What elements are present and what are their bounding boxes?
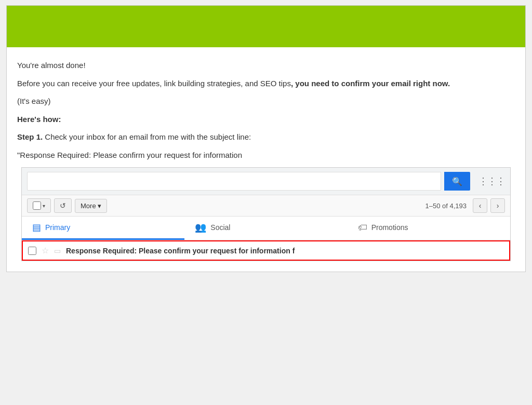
heres-how-text: Here's how: [17, 114, 515, 126]
page-container: You're almost done! Before you can recei… [6, 5, 526, 272]
line2-bold: , you need to confirm your email right n… [291, 79, 450, 88]
grid-icon[interactable]: ⋮⋮⋮ [478, 176, 505, 187]
primary-tab-icon: ▤ [32, 222, 41, 233]
refresh-icon: ↺ [60, 201, 66, 210]
gmail-search-bar: 🔍 ⋮⋮⋮ [22, 168, 510, 195]
search-icon: 🔍 [452, 177, 462, 186]
line2-start: Before you can receive your free updates… [17, 79, 291, 88]
promotions-tab-label: Promotions [371, 223, 408, 232]
select-all-checkbox[interactable] [33, 201, 41, 210]
gmail-mock: 🔍 ⋮⋮⋮ ▾ ↺ More ▾ 1–50 of 4,193 [21, 167, 511, 261]
line1-text: You're almost done! [17, 60, 515, 72]
step1-quote: "Response Required: Please confirm your … [17, 150, 515, 161]
email-subject[interactable]: Response Required: Please confirm your r… [66, 247, 504, 255]
search-button[interactable]: 🔍 [444, 172, 470, 191]
more-button[interactable]: More ▾ [75, 199, 107, 213]
line2-text: Before you can receive your free updates… [17, 78, 515, 90]
email-count: 1–50 of 4,193 [425, 202, 467, 210]
select-checkbox-btn[interactable]: ▾ [27, 198, 51, 213]
step1-label: Step 1. [17, 132, 43, 141]
social-tab-icon: 👥 [195, 222, 206, 233]
tab-promotions[interactable]: 🏷 Promotions [348, 217, 510, 240]
promotions-tab-icon: 🏷 [358, 222, 367, 233]
prev-icon: ‹ [479, 201, 482, 210]
primary-tab-label: Primary [45, 223, 70, 232]
checkbox-dropdown-icon[interactable]: ▾ [43, 203, 45, 209]
tab-social[interactable]: 👥 Social [184, 217, 347, 240]
email-row[interactable]: ☆ ▭ Response Required: Please confirm yo… [22, 240, 510, 261]
prev-page-button[interactable]: ‹ [473, 198, 487, 213]
flag-icon[interactable]: ▭ [54, 247, 61, 255]
line3-text: (It's easy) [17, 96, 515, 107]
next-icon: › [497, 201, 499, 210]
social-tab-label: Social [210, 223, 230, 232]
more-label: More [81, 202, 96, 210]
gmail-toolbar: ▾ ↺ More ▾ 1–50 of 4,193 ‹ › [22, 195, 510, 217]
star-icon[interactable]: ☆ [42, 246, 49, 255]
content-area: You're almost done! Before you can recei… [7, 47, 525, 272]
tab-primary[interactable]: ▤ Primary [22, 217, 184, 240]
search-input[interactable] [27, 172, 441, 191]
green-banner [7, 6, 525, 47]
step1-text: Check your inbox for an email from me wi… [43, 132, 251, 141]
gmail-tabs: ▤ Primary 👥 Social 🏷 Promotions [22, 217, 510, 240]
refresh-button[interactable]: ↺ [54, 198, 72, 213]
email-checkbox[interactable] [28, 247, 36, 255]
more-dropdown-icon: ▾ [98, 202, 101, 210]
step1-line: Step 1. Check your inbox for an email fr… [17, 131, 515, 143]
next-page-button[interactable]: › [490, 198, 505, 213]
